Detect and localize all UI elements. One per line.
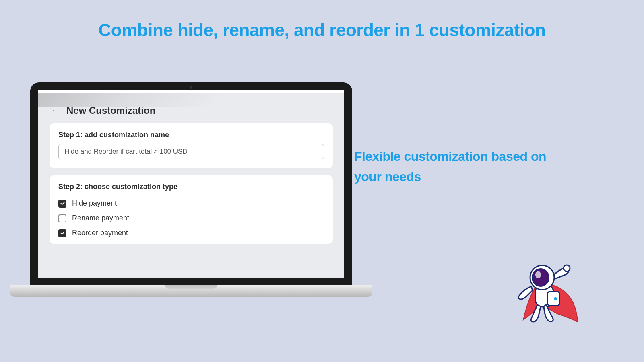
svg-point-6 xyxy=(564,265,570,272)
step2-card: Step 2: choose customization type Hide p… xyxy=(50,175,333,244)
svg-point-5 xyxy=(535,271,541,278)
checkbox-row-hide: Hide payment xyxy=(58,196,324,211)
step1-label: Step 1: add customization name xyxy=(58,131,324,139)
step1-card: Step 1: add customization name xyxy=(50,123,333,168)
laptop-screen: ← New Customization Step 1: add customiz… xyxy=(38,90,344,278)
side-description: Flexible customization based on your nee… xyxy=(354,147,576,187)
checkbox-row-reorder: Reorder payment xyxy=(58,226,324,241)
reorder-payment-checkbox[interactable] xyxy=(58,229,66,237)
checkbox-row-rename: Rename payment xyxy=(58,211,324,226)
customization-name-input[interactable] xyxy=(58,144,324,159)
hide-payment-label: Hide payment xyxy=(72,199,117,208)
main-heading: Combine hide, rename, and reorder in 1 c… xyxy=(0,20,644,40)
laptop-base xyxy=(10,285,372,297)
back-arrow-icon[interactable]: ← xyxy=(51,105,60,116)
screen-header: ← New Customization xyxy=(38,93,344,123)
page-title: New Customization xyxy=(66,105,155,116)
svg-point-2 xyxy=(554,297,557,300)
astronaut-mascot-icon xyxy=(509,261,582,330)
svg-point-4 xyxy=(532,269,549,286)
hide-payment-checkbox[interactable] xyxy=(58,200,66,208)
rename-payment-checkbox[interactable] xyxy=(58,214,66,222)
step2-label: Step 2: choose customization type xyxy=(58,183,324,191)
rename-payment-label: Rename payment xyxy=(72,214,129,222)
laptop-notch xyxy=(165,285,217,289)
laptop-camera xyxy=(190,86,192,89)
svg-rect-1 xyxy=(547,292,559,306)
laptop-mockup: ← New Customization Step 1: add customiz… xyxy=(30,82,352,297)
laptop-bezel: ← New Customization Step 1: add customiz… xyxy=(30,82,352,285)
reorder-payment-label: Reorder payment xyxy=(72,229,128,237)
